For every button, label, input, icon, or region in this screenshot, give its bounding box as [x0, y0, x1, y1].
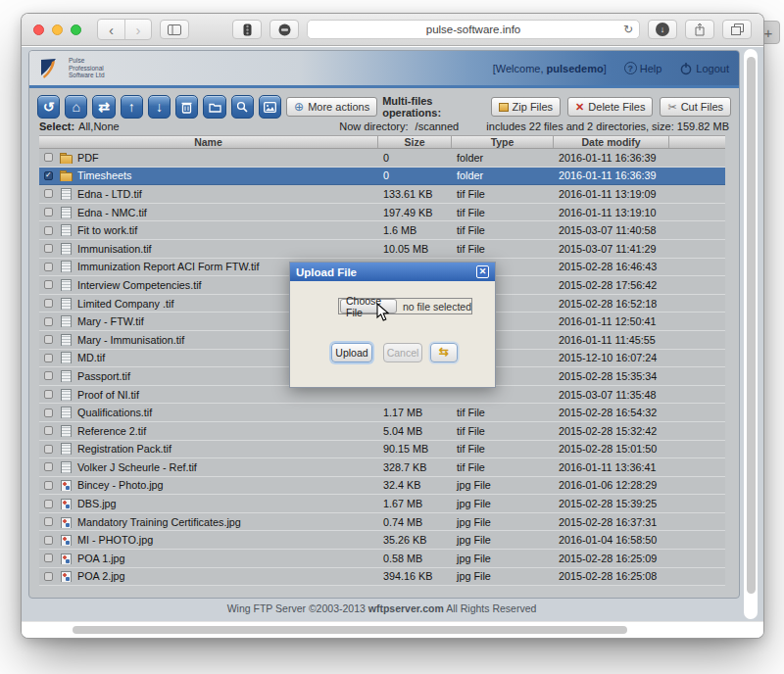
- vertical-scrollbar[interactable]: [744, 49, 758, 619]
- file-name[interactable]: MI - PHOTO.jpg: [77, 534, 153, 546]
- file-row[interactable]: Proof of NI.tif 2015-03-07 11:35:48: [39, 386, 725, 405]
- file-row[interactable]: Mandatory Training Certificates.jpg 0.74…: [39, 513, 725, 532]
- file-name[interactable]: Edna - LTD.tif: [77, 188, 142, 200]
- advanced-upload-button[interactable]: ⇆: [430, 343, 458, 362]
- dialog-upload-button[interactable]: Upload: [331, 343, 372, 362]
- horizontal-scrollbar-thumb[interactable]: [73, 626, 627, 634]
- file-row[interactable]: Immunisation.tif 10.05 MB tif File 2015-…: [39, 240, 725, 259]
- footer-link[interactable]: wftpserver.com: [368, 602, 444, 614]
- row-checkbox[interactable]: [44, 572, 53, 581]
- file-name[interactable]: POA 1.jpg: [77, 553, 125, 564]
- zoom-window-button[interactable]: [71, 24, 81, 35]
- file-name[interactable]: Mary - FTW.tif: [77, 315, 144, 327]
- delete-files-button[interactable]: ✕Delete Files: [567, 97, 653, 117]
- extension-button-2[interactable]: [270, 20, 299, 39]
- search-button[interactable]: [231, 95, 254, 119]
- file-name[interactable]: Fit to work.tif: [77, 224, 137, 236]
- file-name[interactable]: Immunization Report ACI Form FTW.tif: [77, 261, 259, 272]
- minimize-window-button[interactable]: [52, 24, 63, 35]
- row-checkbox[interactable]: [44, 536, 53, 545]
- file-name[interactable]: Passport.tif: [77, 370, 130, 382]
- file-name[interactable]: Immunisation.tif: [77, 243, 152, 255]
- file-name[interactable]: DBS.jpg: [77, 498, 117, 509]
- file-row[interactable]: POA 1.jpg 0.58 MB jpg File 2015-02-28 16…: [39, 550, 725, 568]
- cut-files-button[interactable]: ✂Cut Files: [660, 97, 731, 117]
- file-row[interactable]: Bincey - Photo.jpg 32.4 KB jpg File 2016…: [39, 477, 725, 496]
- delete-button[interactable]: [175, 95, 198, 119]
- file-name[interactable]: MD.tif: [77, 352, 105, 363]
- close-window-button[interactable]: [33, 24, 44, 35]
- file-name[interactable]: Reference 2.tif: [77, 425, 146, 437]
- more-actions-button[interactable]: ⊕ More actions: [286, 97, 377, 117]
- file-name[interactable]: Proof of NI.tif: [77, 389, 139, 401]
- file-row[interactable]: MI - PHOTO.jpg 35.26 KB jpg File 2016-01…: [39, 531, 725, 550]
- file-name[interactable]: PDF: [77, 152, 99, 164]
- file-row[interactable]: DBS.jpg 1.67 MB jpg File 2015-02-28 15:3…: [39, 495, 725, 513]
- row-checkbox[interactable]: [44, 335, 53, 344]
- column-header-date[interactable]: Date modify: [554, 136, 669, 148]
- logout-link[interactable]: Logout: [679, 62, 729, 75]
- row-checkbox[interactable]: [44, 371, 53, 380]
- help-link[interactable]: ? Help: [624, 62, 662, 74]
- file-name[interactable]: Registration Pack.tif: [77, 443, 172, 455]
- extension-button-1[interactable]: [232, 20, 262, 39]
- file-row[interactable]: Reference 2.tif 5.04 MB tif File 2015-02…: [39, 422, 725, 441]
- dialog-cancel-button[interactable]: Cancel: [383, 343, 422, 362]
- row-checkbox[interactable]: [44, 226, 53, 235]
- back-button[interactable]: ‹: [98, 20, 124, 39]
- row-checkbox[interactable]: [44, 517, 53, 526]
- file-row[interactable]: Registration Pack.tif 90.15 MB tif File …: [39, 441, 725, 459]
- row-checkbox[interactable]: [44, 409, 53, 417]
- file-name[interactable]: Timesheets: [77, 169, 131, 181]
- file-row[interactable]: Edna - NMC.tif 197.49 KB tif File 2016-0…: [39, 204, 725, 222]
- row-checkbox[interactable]: [44, 426, 53, 435]
- row-checkbox[interactable]: [44, 462, 53, 471]
- row-checkbox[interactable]: [44, 500, 53, 508]
- download-button[interactable]: ↓: [148, 95, 171, 119]
- file-row[interactable]: PDF 0 folder 2016-01-11 16:36:39: [39, 149, 725, 168]
- home-button[interactable]: ⌂: [65, 95, 87, 119]
- tab-overview-button[interactable]: [722, 20, 752, 39]
- row-checkbox[interactable]: [44, 171, 53, 180]
- reload-icon[interactable]: ↻: [623, 23, 633, 36]
- file-row[interactable]: Volker J Scheurle - Ref.tif 328.7 KB tif…: [39, 458, 725, 477]
- sidebar-toggle-button[interactable]: [160, 20, 189, 39]
- file-row[interactable]: Qualifications.tif 1.17 MB tif File 2015…: [39, 404, 725, 422]
- horizontal-scrollbar[interactable]: [22, 621, 763, 638]
- upload-button[interactable]: ↑: [121, 95, 143, 119]
- view-images-button[interactable]: [259, 95, 281, 119]
- file-row[interactable]: Timesheets 0 folder 2016-01-11 16:36:39: [39, 168, 725, 186]
- row-checkbox[interactable]: [44, 445, 53, 454]
- file-row[interactable]: Edna - LTD.tif 133.61 KB tif File 2016-0…: [39, 185, 725, 204]
- address-bar[interactable]: pulse-software.info ↻: [307, 20, 640, 39]
- go-back-button[interactable]: ↺: [37, 95, 60, 119]
- row-checkbox[interactable]: [44, 481, 53, 490]
- refresh-button[interactable]: ⇄: [92, 95, 115, 119]
- file-name[interactable]: Edna - NMC.tif: [77, 207, 147, 218]
- new-folder-button[interactable]: [203, 95, 225, 119]
- column-header-type[interactable]: Type: [452, 136, 554, 148]
- row-checkbox[interactable]: [44, 554, 53, 562]
- file-row[interactable]: Fit to work.tif 1.6 MB tif File 2015-03-…: [39, 221, 725, 240]
- row-checkbox[interactable]: [44, 299, 53, 308]
- row-checkbox[interactable]: [44, 390, 53, 399]
- share-button[interactable]: [685, 20, 714, 39]
- row-checkbox[interactable]: [44, 280, 53, 289]
- file-input-field[interactable]: Choose File no file selected: [338, 298, 472, 314]
- column-header-name[interactable]: Name: [39, 136, 378, 148]
- file-row[interactable]: POA 2.jpg 394.16 KB jpg File 2015-02-28 …: [39, 568, 725, 587]
- dialog-title-bar[interactable]: Upload File ✕: [290, 263, 495, 281]
- row-checkbox[interactable]: [44, 153, 53, 162]
- downloads-button[interactable]: ↓: [648, 20, 677, 39]
- file-name[interactable]: Interview Competencies.tif: [77, 279, 202, 291]
- row-checkbox[interactable]: [44, 244, 53, 253]
- select-none-link[interactable]: None: [93, 120, 119, 133]
- zip-files-button[interactable]: Zip Files: [491, 97, 562, 117]
- file-name[interactable]: Mary - Immunisation.tif: [77, 334, 184, 346]
- file-name[interactable]: Volker J Scheurle - Ref.tif: [77, 461, 197, 473]
- file-name[interactable]: Limited Company .tif: [77, 298, 173, 310]
- column-header-size[interactable]: Size: [378, 136, 452, 148]
- file-name[interactable]: Mandatory Training Certificates.jpg: [77, 516, 241, 528]
- file-name[interactable]: POA 2.jpg: [77, 570, 125, 582]
- file-name[interactable]: Bincey - Photo.jpg: [77, 479, 164, 491]
